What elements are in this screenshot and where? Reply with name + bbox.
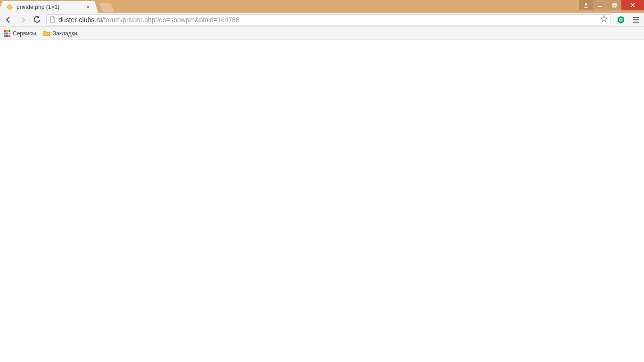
bookmark-star-icon[interactable] [600,15,608,25]
url-path: /forum/private.php?do=showpm&pmid=164786 [102,16,239,24]
apps-grid-icon [4,30,10,37]
svg-point-11 [620,19,622,21]
page-content [0,40,644,362]
window-controls [579,0,644,10]
tab-favicon-icon [6,3,14,11]
minimize-button[interactable] [593,0,607,10]
menu-button[interactable] [631,15,640,25]
back-button[interactable] [4,15,13,25]
bookmarks-bar: Сервисы Закладки [0,27,644,40]
url-domain: duster-clubs.ru [58,16,102,24]
url-text: duster-clubs.ru/forum/private.php?do=sho… [58,16,597,24]
apps-shortcut[interactable]: Сервисы [4,30,36,37]
extension-icon[interactable] [616,15,626,25]
user-profile-button[interactable] [579,0,593,10]
new-tab-button[interactable] [99,3,115,12]
bookmarks-folder-label: Закладки [53,30,77,37]
folder-icon [43,30,50,37]
browser-tab[interactable]: private.php (1×1) × [2,1,94,13]
tab-title: private.php (1×1) [17,4,82,10]
svg-point-1 [585,3,587,5]
apps-label: Сервисы [13,30,36,37]
svg-marker-8 [601,16,607,22]
svg-marker-0 [7,4,13,10]
page-icon [50,16,56,23]
address-bar[interactable]: duster-clubs.ru/forum/private.php?do=sho… [46,14,611,25]
navigation-bar: duster-clubs.ru/forum/private.php?do=sho… [0,13,644,27]
window-titlebar: private.php (1×1) × [0,0,644,13]
bookmarks-folder[interactable]: Закладки [43,30,77,37]
svg-rect-4 [613,3,617,6]
close-window-button[interactable] [621,0,644,10]
tab-close-icon[interactable]: × [85,3,91,10]
maximize-button[interactable] [607,0,621,10]
reload-button[interactable] [32,15,41,25]
forward-button[interactable] [18,15,27,25]
svg-rect-3 [612,4,616,7]
